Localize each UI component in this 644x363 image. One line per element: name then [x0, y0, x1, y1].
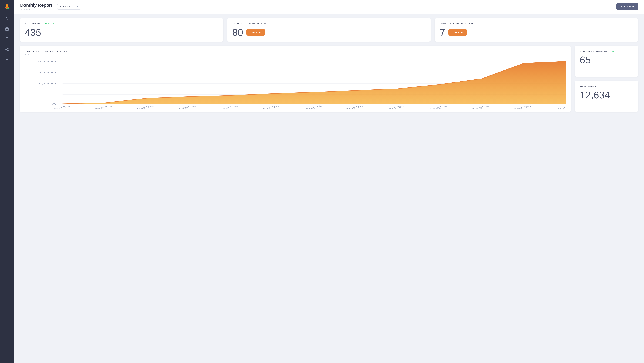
chart-subtitle: Total	[25, 53, 566, 56]
accounts-pending-value: 80	[232, 28, 243, 37]
svg-text:Mar 20: Mar 20	[218, 105, 240, 109]
dashboard: NEW SIGNUPS + 10.46%↗ 435 ACCOUNTS PENDI…	[14, 14, 644, 117]
svg-text:0: 0	[52, 103, 56, 105]
chart-card: CUMULATED BITCOIN PAYOUTS (in mBTC) Tota…	[20, 46, 571, 112]
svg-text:Jul 20: Jul 20	[387, 105, 406, 109]
logo	[3, 3, 11, 10]
header-title-block: Monthly Report Dashboard	[20, 3, 52, 11]
chevron-down-icon: ▾	[77, 6, 78, 8]
page-subtitle: Dashboard	[20, 8, 52, 11]
accounts-pending-label: ACCOUNTS PENDING REVIEW	[232, 23, 266, 25]
svg-text:1,000: 1,000	[37, 83, 56, 85]
bounties-pending-value: 7	[440, 28, 445, 37]
svg-point-8	[8, 8, 9, 9]
accounts-pending-header: ACCOUNTS PENDING REVIEW	[232, 23, 426, 25]
calendar-icon[interactable]	[4, 26, 10, 32]
chart-svg: 6,000 3,000 1,000 0	[25, 58, 566, 109]
chart-title: CUMULATED BITCOIN PAYOUTS (in mBTC)	[25, 50, 566, 53]
svg-text:Aug 20: Aug 20	[428, 105, 449, 109]
accounts-pending-card: ACCOUNTS PENDING REVIEW 80 Check out	[227, 18, 431, 42]
show-all-dropdown[interactable]: Show all ▾	[57, 4, 81, 10]
new-signups-label: NEW SIGNUPS	[25, 23, 41, 25]
plus-icon[interactable]	[4, 57, 10, 62]
new-user-submissions-label: NEW USER SUBMISSIONS	[580, 50, 609, 53]
svg-text:Jan 20: Jan 20	[134, 105, 155, 109]
accounts-pending-body: 80 Check out	[232, 28, 426, 37]
new-signups-value: 435	[25, 28, 218, 37]
accounts-checkout-button[interactable]: Check out	[246, 29, 265, 36]
bitcoin-chart: 6,000 3,000 1,000 0	[25, 58, 566, 109]
new-signups-card: NEW SIGNUPS + 10.46%↗ 435	[20, 18, 224, 42]
edit-layout-button[interactable]: Edit layout	[616, 3, 638, 10]
svg-point-7	[6, 5, 8, 6]
svg-text:Dec 19: Dec 19	[92, 105, 114, 109]
new-signups-header: NEW SIGNUPS + 10.46%↗	[25, 23, 218, 25]
svg-text:Feb 20: Feb 20	[176, 105, 198, 109]
right-column: NEW USER SUBMISSIONS +8%↗ 65 TOTAL USERS…	[575, 46, 638, 112]
svg-text:Apr 20: Apr 20	[260, 105, 281, 109]
svg-text:Nov 20: Nov 20	[554, 105, 566, 109]
bounties-pending-body: 7 Check out	[440, 28, 633, 37]
svg-text:Nov 19: Nov 19	[50, 105, 72, 109]
svg-text:Oct 20: Oct 20	[512, 105, 533, 109]
new-user-submissions-value: 65	[580, 55, 633, 65]
total-users-card: TOTAL USERS 12,634	[575, 81, 638, 112]
new-signups-badge: + 10.46%↗	[43, 23, 54, 25]
new-user-submissions-header: NEW USER SUBMISSIONS +8%↗	[580, 50, 633, 53]
bounties-pending-header: BOUNTIES PENDING REVIEW	[440, 23, 633, 25]
svg-line-18	[6, 50, 8, 50]
main-content: Monthly Report Dashboard Show all ▾ Edit…	[14, 0, 644, 363]
bounties-pending-card: BOUNTIES PENDING REVIEW 7 Check out	[434, 18, 638, 42]
total-users-header: TOTAL USERS	[580, 85, 633, 88]
sidebar	[0, 0, 14, 363]
svg-text:3,000: 3,000	[37, 71, 56, 74]
tablet-icon[interactable]	[4, 36, 10, 42]
stat-row: NEW SIGNUPS + 10.46%↗ 435 ACCOUNTS PENDI…	[20, 18, 638, 42]
svg-text:6,000: 6,000	[37, 60, 56, 62]
new-user-submissions-badge: +8%↗	[611, 50, 617, 53]
header: Monthly Report Dashboard Show all ▾ Edit…	[14, 0, 644, 14]
svg-rect-9	[6, 28, 8, 31]
show-all-label: Show all	[60, 5, 76, 8]
new-user-submissions-card: NEW USER SUBMISSIONS +8%↗ 65	[575, 46, 638, 77]
total-users-value: 12,634	[580, 90, 633, 100]
bounties-pending-label: BOUNTIES PENDING REVIEW	[440, 23, 473, 25]
total-users-label: TOTAL USERS	[580, 85, 596, 88]
bottom-row: CUMULATED BITCOIN PAYOUTS (in mBTC) Tota…	[20, 46, 638, 112]
svg-text:Sep 20: Sep 20	[470, 105, 491, 109]
bounties-checkout-button[interactable]: Check out	[448, 29, 467, 36]
svg-line-19	[6, 49, 8, 49]
activity-icon[interactable]	[4, 16, 10, 22]
share-icon[interactable]	[4, 47, 10, 52]
svg-text:Jun 20: Jun 20	[344, 105, 365, 109]
svg-point-4	[6, 7, 8, 9]
page-title: Monthly Report	[20, 3, 52, 8]
svg-text:May 20: May 20	[302, 105, 324, 109]
